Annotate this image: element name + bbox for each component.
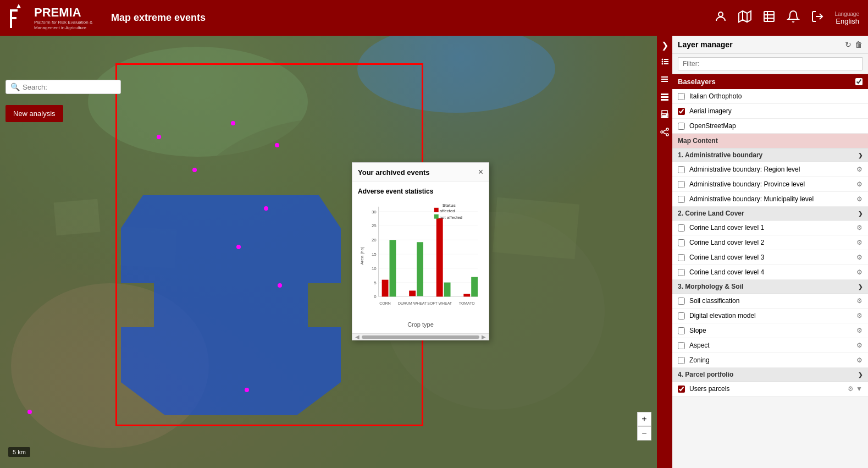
expand-panel-icon[interactable]: ❯ bbox=[661, 40, 668, 51]
corine-3-settings-icon[interactable]: ⚙ bbox=[856, 254, 863, 261]
dem-settings-icon[interactable]: ⚙ bbox=[856, 312, 863, 320]
aerial-imagery-checkbox[interactable] bbox=[678, 108, 685, 115]
svg-rect-44 bbox=[444, 283, 451, 297]
popup-horizontal-scrollbar[interactable]: ◀ ▶ bbox=[352, 333, 489, 340]
filter-input[interactable] bbox=[678, 57, 863, 70]
zoom-controls: + − bbox=[637, 412, 651, 441]
svg-point-59 bbox=[662, 63, 664, 65]
soil-classification-settings-icon[interactable]: ⚙ bbox=[856, 297, 863, 305]
italian-orthophoto-checkbox[interactable] bbox=[678, 93, 685, 100]
admin-region-checkbox[interactable] bbox=[678, 166, 685, 173]
svg-line-77 bbox=[663, 133, 666, 134]
corine-header[interactable]: 2. Corine Land Cover ❯ bbox=[672, 207, 868, 221]
parcel-label: 4. Parcel portfolio bbox=[678, 371, 733, 378]
new-analysis-button[interactable]: New analysis bbox=[5, 105, 63, 122]
x-axis-label: Crop type bbox=[358, 321, 483, 328]
soil-classification-checkbox[interactable] bbox=[678, 298, 685, 305]
svg-point-4 bbox=[718, 12, 723, 16]
svg-text:20: 20 bbox=[372, 238, 377, 243]
aspect-settings-icon[interactable]: ⚙ bbox=[856, 342, 863, 349]
parcel-header[interactable]: 4. Parcel portfolio ❯ bbox=[672, 368, 868, 382]
svg-text:Status: Status bbox=[443, 203, 456, 208]
baselayers-checkbox[interactable] bbox=[855, 78, 863, 85]
layer-item-slope: Slope ⚙ bbox=[672, 323, 868, 338]
corine-1-settings-icon[interactable]: ⚙ bbox=[856, 224, 863, 232]
table-icon[interactable] bbox=[762, 10, 776, 26]
layer-item-soil-classification: Soil classification ⚙ bbox=[672, 294, 868, 309]
users-parcels-extra-icon[interactable]: ▼ bbox=[856, 385, 863, 393]
slope-settings-icon[interactable]: ⚙ bbox=[856, 327, 863, 334]
logo-icon bbox=[9, 4, 29, 32]
list-icon[interactable] bbox=[660, 75, 669, 86]
admin-province-checkbox[interactable] bbox=[678, 181, 685, 188]
layer-filter-icon[interactable] bbox=[660, 57, 669, 68]
layer-item-admin-province: Administrative boundary: Province level … bbox=[672, 177, 868, 192]
layer-item-corine-3: Corine Land cover level 3 ⚙ bbox=[672, 250, 868, 265]
admin-province-settings-icon[interactable]: ⚙ bbox=[856, 180, 863, 188]
map-icon[interactable] bbox=[738, 10, 751, 26]
language-label: Language bbox=[835, 11, 860, 17]
popup-close-button[interactable]: × bbox=[478, 167, 483, 177]
search-icon: 🔍 bbox=[10, 82, 20, 91]
search-bar[interactable]: 🔍 bbox=[5, 80, 121, 94]
corine-2-checkbox[interactable] bbox=[678, 239, 685, 246]
corine-2-settings-icon[interactable]: ⚙ bbox=[856, 239, 863, 246]
svg-rect-62 bbox=[664, 63, 668, 64]
refresh-icon[interactable]: ↻ bbox=[845, 40, 852, 49]
zoom-out-button[interactable]: − bbox=[637, 426, 651, 441]
app-title: Map extreme events bbox=[111, 12, 206, 24]
map-content-header: Map Content bbox=[672, 134, 868, 148]
svg-rect-69 bbox=[662, 111, 667, 114]
map-marker bbox=[264, 206, 268, 211]
search-input[interactable] bbox=[23, 83, 116, 91]
svg-marker-5 bbox=[739, 11, 751, 22]
admin-region-settings-icon[interactable]: ⚙ bbox=[856, 166, 863, 173]
zoning-label: Zoning bbox=[689, 356, 856, 364]
svg-rect-39 bbox=[382, 280, 389, 297]
language-selector[interactable]: Language English bbox=[835, 11, 860, 25]
parcel-expand-icon: ❯ bbox=[858, 372, 863, 378]
morphology-header[interactable]: 3. Morphology & Soil ❯ bbox=[672, 280, 868, 294]
share-icon[interactable] bbox=[660, 128, 669, 139]
corine-4-settings-icon[interactable]: ⚙ bbox=[856, 268, 863, 276]
users-parcels-checkbox[interactable] bbox=[678, 386, 685, 393]
admin-boundary-header[interactable]: 1. Administrative boundary ❯ bbox=[672, 148, 868, 162]
scale-bar: 5 km bbox=[8, 447, 30, 457]
exit-icon[interactable] bbox=[811, 10, 824, 26]
admin-municipality-checkbox[interactable] bbox=[678, 196, 685, 203]
svg-rect-41 bbox=[409, 290, 416, 296]
zoom-in-button[interactable]: + bbox=[637, 412, 651, 426]
svg-rect-43 bbox=[436, 218, 443, 297]
stack-icon[interactable] bbox=[660, 92, 669, 103]
dem-checkbox[interactable] bbox=[678, 312, 685, 320]
map-background bbox=[0, 36, 657, 468]
svg-text:Area (ha): Area (ha) bbox=[360, 246, 364, 265]
slope-checkbox[interactable] bbox=[678, 327, 685, 334]
bell-icon[interactable] bbox=[787, 10, 800, 26]
user-icon[interactable] bbox=[714, 10, 727, 26]
zoning-settings-icon[interactable]: ⚙ bbox=[856, 356, 863, 364]
layer-item-corine-4: Corine Land cover level 4 ⚙ bbox=[672, 265, 868, 280]
users-parcels-settings-icon[interactable]: ⚙ bbox=[848, 385, 854, 393]
admin-boundary-expand-icon: ❯ bbox=[858, 152, 863, 158]
layer-item-corine-1: Corine Land cover level 1 ⚙ bbox=[672, 221, 868, 235]
print-icon[interactable] bbox=[660, 110, 669, 121]
map-container[interactable]: 🔍 New analysis 5 km + − Your archived ev… bbox=[0, 36, 657, 468]
logo-text: PREMIA Platform for Risk Evaluation & Ma… bbox=[34, 5, 106, 30]
admin-municipality-settings-icon[interactable]: ⚙ bbox=[856, 195, 863, 203]
svg-rect-46 bbox=[471, 277, 478, 297]
zoning-checkbox[interactable] bbox=[678, 357, 685, 364]
openstreetmap-checkbox[interactable] bbox=[678, 123, 685, 130]
admin-municipality-label: Administrative boundary: Municipality le… bbox=[689, 195, 856, 203]
bar-chart: 0 5 10 15 20 25 30 bbox=[358, 198, 483, 319]
corine-4-checkbox[interactable] bbox=[678, 269, 685, 276]
map-marker bbox=[236, 245, 241, 249]
layer-item-zoning: Zoning ⚙ bbox=[672, 353, 868, 368]
soil-classification-label: Soil classification bbox=[689, 297, 856, 305]
corine-3-checkbox[interactable] bbox=[678, 254, 685, 261]
svg-text:SOFT WHEAT: SOFT WHEAT bbox=[427, 301, 452, 305]
layer-item-openstreetmap: OpenStreetMap bbox=[672, 119, 868, 134]
delete-icon[interactable]: 🗑 bbox=[855, 40, 863, 49]
corine-1-checkbox[interactable] bbox=[678, 224, 685, 232]
aspect-checkbox[interactable] bbox=[678, 342, 685, 349]
